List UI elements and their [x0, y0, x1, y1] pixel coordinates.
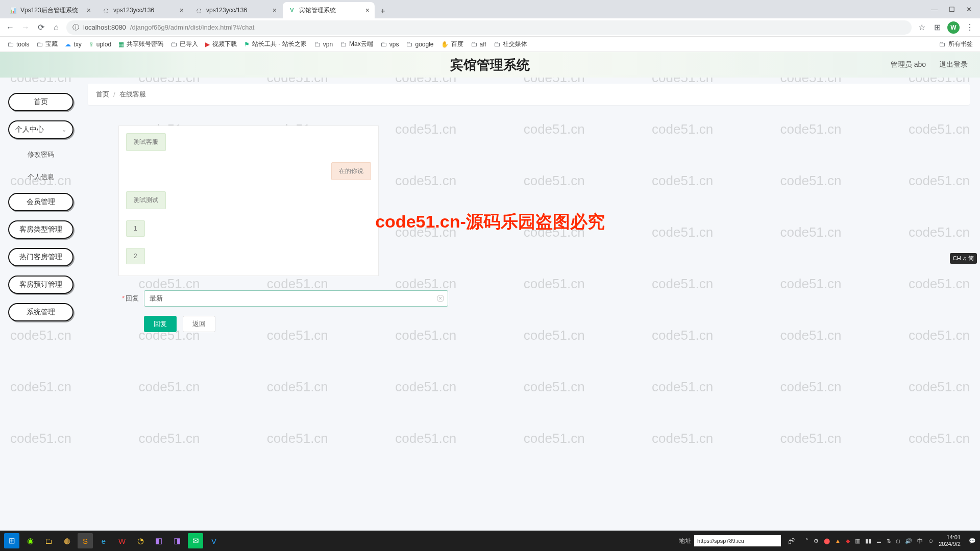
windows-taskbar: ⊞ ◉ 🗀 ◍ S e W ◔ ◧ ◨ ✉ V 地址 https://spsp7…: [0, 531, 980, 551]
tab-title: vps123ycc/136: [113, 7, 154, 14]
app-header: 宾馆管理系统 管理员 abo 退出登录: [0, 52, 980, 78]
clear-icon[interactable]: ✕: [437, 295, 444, 302]
bookmark-item[interactable]: 🗀vpn: [314, 40, 333, 48]
chrome-icon[interactable]: ◍: [59, 533, 75, 548]
volume-icon[interactable]: 🔊: [905, 538, 912, 544]
wifi-icon[interactable]: ⎙: [896, 538, 900, 544]
nav-label: 会员管理: [27, 197, 55, 207]
notifications-icon[interactable]: 💬: [969, 538, 976, 544]
reply-form: *回复 ✕: [88, 290, 970, 307]
ime-mode-icon[interactable]: ☺: [928, 538, 934, 544]
nav-change-password[interactable]: 修改密码: [8, 148, 74, 161]
taskbar-addr-label: 地址: [679, 537, 691, 545]
nav-home[interactable]: 首页: [8, 93, 74, 111]
close-window-icon[interactable]: ✕: [966, 6, 972, 13]
tray-icon[interactable]: ⬤: [824, 538, 830, 544]
bookmark-item[interactable]: 🗀aff: [471, 40, 486, 48]
idea-icon[interactable]: ◨: [169, 533, 185, 548]
bookmark-item[interactable]: ⚑站长工具 - 站长之家: [244, 40, 307, 48]
taskbar-app-icon[interactable]: ◉: [22, 533, 38, 548]
reload-icon[interactable]: ⟳: [36, 22, 46, 33]
bookmark-label: uplod: [96, 41, 111, 48]
tray-icon[interactable]: ▮▮: [865, 538, 871, 544]
tray-icon[interactable]: ▥: [855, 538, 860, 544]
site-info-icon[interactable]: ⓘ: [72, 23, 79, 32]
taskbar-app-icon[interactable]: V: [206, 533, 222, 548]
bookmark-item[interactable]: ✋百度: [441, 40, 463, 48]
close-icon[interactable]: ×: [87, 7, 91, 14]
star-icon[interactable]: ☆: [917, 22, 927, 33]
bookmark-label: Max云端: [349, 40, 373, 48]
bookmark-item[interactable]: ▶视频下载: [205, 40, 237, 48]
menu-icon[interactable]: ⋮: [965, 22, 975, 33]
breadcrumb: 首页 / 在线客服: [88, 84, 970, 105]
edge-icon[interactable]: e: [96, 533, 111, 548]
new-tab-button[interactable]: +: [376, 4, 390, 18]
bookmark-label: google: [415, 41, 433, 48]
nav-hotroom-mgmt[interactable]: 热门客房管理: [8, 248, 74, 266]
ime-icon[interactable]: 中: [917, 537, 923, 545]
logout-link[interactable]: 退出登录: [939, 60, 968, 69]
taskbar-clock[interactable]: 14:01 2024/9/2: [939, 534, 964, 547]
nav-personal[interactable]: 个人中心 ⌄: [8, 120, 74, 139]
start-icon[interactable]: ⊞: [4, 533, 19, 548]
bookmark-item[interactable]: 🗀宝藏: [36, 40, 58, 48]
bookmark-item[interactable]: 🗀Max云端: [340, 40, 373, 48]
close-icon[interactable]: ×: [273, 7, 277, 14]
current-user[interactable]: 管理员 abo: [891, 60, 926, 69]
bookmark-item[interactable]: ⇪uplod: [89, 41, 111, 48]
reply-label: *回复: [88, 294, 139, 303]
bookmark-item[interactable]: ☁txy: [65, 41, 81, 48]
all-bookmarks[interactable]: 🗀所有书签: [939, 40, 973, 48]
back-button[interactable]: 返回: [183, 316, 215, 332]
browser-tab-active[interactable]: V 宾馆管理系统 ×: [283, 2, 375, 18]
tray-icon[interactable]: ☰: [876, 538, 881, 544]
folder-icon: 🗀: [314, 40, 321, 48]
explorer-icon[interactable]: 🗀: [41, 533, 56, 548]
taskbar-app-icon[interactable]: ◔: [133, 533, 148, 548]
bookmark-item[interactable]: 🗀社交媒体: [494, 40, 527, 48]
tray-up-icon[interactable]: ˄: [805, 538, 808, 544]
bookmark-item[interactable]: ▦共享账号密码: [118, 40, 163, 48]
address-bar[interactable]: ⓘ localhost:8080/djangof66g9/admin/dist/…: [66, 20, 912, 35]
nav-roomtype-mgmt[interactable]: 客房类型管理: [8, 220, 74, 239]
tray-icon[interactable]: ▲: [835, 538, 841, 544]
profile-avatar[interactable]: W: [947, 21, 960, 34]
reply-button[interactable]: 回复: [144, 316, 177, 332]
extensions-icon[interactable]: ⊞: [932, 22, 942, 33]
taskbar-url-field[interactable]: https://spsp789.icu: [694, 535, 781, 546]
nav-member-mgmt[interactable]: 会员管理: [8, 193, 74, 211]
bookmark-item[interactable]: 🗀vps: [380, 40, 399, 48]
forward-icon[interactable]: →: [20, 22, 31, 33]
chat-history[interactable]: 测试客服 在的你说 测试测试 1 2: [118, 126, 379, 276]
cloud-icon: ☁: [65, 41, 71, 48]
taskbar-go-icon[interactable]: ⮳: [784, 533, 799, 548]
nav-booking-mgmt[interactable]: 客房预订管理: [8, 276, 74, 294]
tool-icon: ⚑: [244, 41, 250, 48]
bookmark-item[interactable]: 🗀tools: [7, 40, 29, 48]
folder-icon: 🗀: [471, 40, 477, 48]
tray-icon[interactable]: ⇅: [887, 538, 891, 544]
nav-system-mgmt[interactable]: 系统管理: [8, 303, 74, 321]
wps-icon[interactable]: W: [114, 533, 130, 548]
wechat-icon[interactable]: ✉: [188, 533, 203, 548]
nav-personal-info[interactable]: 个人信息: [8, 170, 74, 184]
tray-icon[interactable]: ⚙: [814, 538, 819, 544]
maximize-icon[interactable]: ☐: [949, 6, 955, 13]
back-icon[interactable]: ←: [5, 22, 15, 33]
close-icon[interactable]: ×: [365, 7, 370, 14]
browser-tab[interactable]: ◌ vps123ycc/136 ×: [97, 2, 189, 18]
close-icon[interactable]: ×: [180, 7, 184, 14]
tray-icon[interactable]: ◆: [846, 538, 850, 544]
breadcrumb-home[interactable]: 首页: [96, 90, 109, 99]
bookmark-item[interactable]: 🗀已导入: [170, 40, 198, 48]
browser-tab[interactable]: 📊 Vps123后台管理系统 ×: [4, 2, 96, 18]
minimize-icon[interactable]: —: [931, 6, 938, 13]
reply-input[interactable]: [144, 290, 448, 307]
home-icon[interactable]: ⌂: [51, 22, 61, 33]
bookmark-label: txy: [74, 41, 81, 48]
taskbar-app-icon[interactable]: ◧: [151, 533, 166, 548]
browser-tab[interactable]: ◌ vps123ycc/136 ×: [190, 2, 282, 18]
sublime-icon[interactable]: S: [78, 533, 93, 548]
bookmark-item[interactable]: 🗀google: [406, 40, 433, 48]
